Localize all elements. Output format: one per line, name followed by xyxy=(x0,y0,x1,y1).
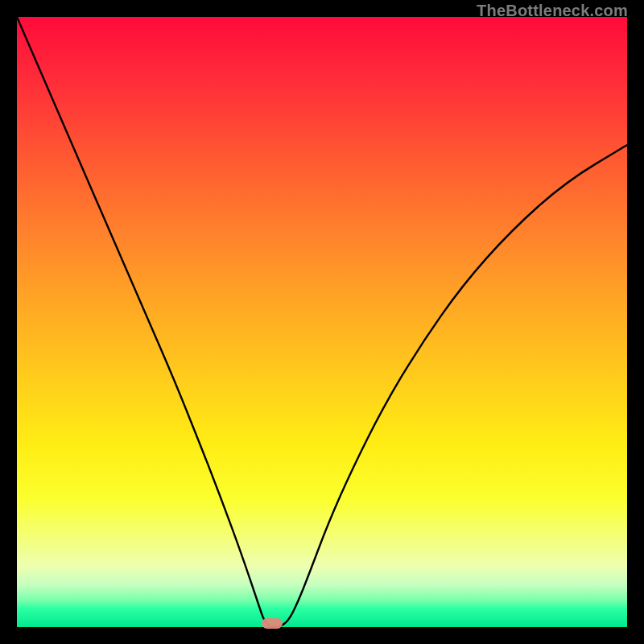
optimum-marker xyxy=(262,618,283,629)
chart-frame: TheBottleneck.com xyxy=(0,0,644,644)
plot-area xyxy=(17,17,627,627)
bottleneck-curve xyxy=(17,17,627,627)
